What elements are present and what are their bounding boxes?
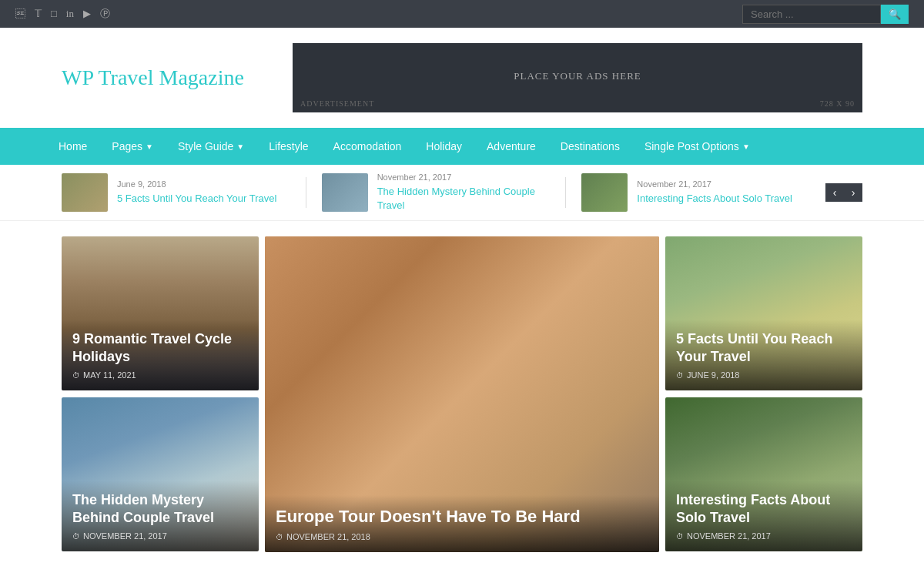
card-interesting-facts[interactable]: Interesting Facts About Solo Travel ⏱ NO… bbox=[665, 397, 862, 551]
clock-icon: ⏱ bbox=[676, 532, 684, 541]
card-date-europe: ⏱ NOVEMBER 21, 2018 bbox=[276, 532, 648, 541]
clock-icon: ⏱ bbox=[72, 371, 80, 380]
slide-info-2: November 21, 2017 The Hidden Mystery Beh… bbox=[377, 172, 551, 213]
site-title[interactable]: WP Travel Magazine bbox=[62, 65, 262, 90]
card-romantic-travel[interactable]: 9 Romantic Travel Cycle Holidays ⏱ MAY 1… bbox=[62, 236, 259, 390]
slider-next-button[interactable]: › bbox=[844, 183, 862, 202]
ad-place-text: PLACE YOUR ADS HERE bbox=[514, 70, 641, 82]
slider-nav: ‹ › bbox=[825, 183, 862, 202]
chevron-down-icon: ▼ bbox=[742, 142, 750, 151]
nav-item-home[interactable]: Home bbox=[46, 128, 99, 165]
pinterest-icon[interactable]: Ⓟ bbox=[100, 7, 110, 21]
instagram-icon[interactable]: □ bbox=[51, 8, 57, 20]
card-title-europe: Europe Tour Doesn't Have To Be Hard bbox=[276, 506, 648, 528]
card-title-interesting-facts: Interesting Facts About Solo Travel bbox=[676, 491, 852, 527]
slide-item-2: November 21, 2017 The Hidden Mystery Beh… bbox=[322, 172, 551, 213]
slide-info-3: November 21, 2017 Interesting Facts Abou… bbox=[637, 179, 792, 206]
card-five-facts[interactable]: 5 Facts Until You Reach Your Travel ⏱ JU… bbox=[665, 236, 862, 390]
nav-item-style-guide[interactable]: Style Guide ▼ bbox=[166, 128, 256, 165]
slide-divider-1 bbox=[306, 177, 306, 208]
ad-banner: PLACE YOUR ADS HERE ADVERTISEMENT 728 X … bbox=[293, 43, 862, 112]
card-overlay-interesting-facts: Interesting Facts About Solo Travel ⏱ NO… bbox=[665, 481, 862, 552]
nav-item-single-post-options[interactable]: Single Post Options ▼ bbox=[632, 128, 762, 165]
slide-date-2: November 21, 2017 bbox=[377, 172, 551, 182]
card-overlay-europe: Europe Tour Doesn't Have To Be Hard ⏱ NO… bbox=[265, 495, 659, 553]
main-grid: 9 Romantic Travel Cycle Holidays ⏱ MAY 1… bbox=[0, 221, 924, 566]
slider-bar: June 9, 2018 5 Facts Until You Reach You… bbox=[0, 165, 924, 221]
slide-title-2[interactable]: The Hidden Mystery Behind Couple Travel bbox=[377, 185, 551, 213]
card-date-interesting-facts: ⏱ NOVEMBER 21, 2017 bbox=[676, 531, 852, 541]
clock-icon: ⏱ bbox=[276, 533, 283, 541]
search-button[interactable]: 🔍 bbox=[881, 5, 909, 24]
card-overlay-romantic: 9 Romantic Travel Cycle Holidays ⏱ MAY 1… bbox=[62, 320, 259, 391]
card-title-hidden-mystery: The Hidden Mystery Behind Couple Travel bbox=[72, 491, 248, 527]
card-date-hidden-mystery: ⏱ NOVEMBER 21, 2017 bbox=[72, 531, 248, 541]
header: WP Travel Magazine PLACE YOUR ADS HERE A… bbox=[0, 28, 924, 128]
slide-item-1: June 9, 2018 5 Facts Until You Reach You… bbox=[62, 173, 290, 212]
nav-item-accomodation[interactable]: Accomodation bbox=[321, 128, 414, 165]
chevron-down-icon: ▼ bbox=[236, 142, 244, 151]
card-overlay-hidden-mystery: The Hidden Mystery Behind Couple Travel … bbox=[62, 481, 259, 552]
social-icons:  𝕋 □ in ▶ Ⓟ bbox=[15, 7, 110, 21]
card-overlay-five-facts: 5 Facts Until You Reach Your Travel ⏱ JU… bbox=[665, 320, 862, 391]
search-bar: 🔍 bbox=[742, 5, 909, 24]
youtube-icon[interactable]: ▶ bbox=[83, 8, 91, 20]
slide-info-1: June 9, 2018 5 Facts Until You Reach You… bbox=[117, 179, 276, 206]
ad-size: 728 X 90 bbox=[820, 99, 855, 108]
nav-item-holiday[interactable]: Holiday bbox=[413, 128, 474, 165]
nav-item-lifestyle[interactable]: Lifestyle bbox=[256, 128, 320, 165]
nav: Home Pages ▼ Style Guide ▼ Lifestyle Acc… bbox=[0, 128, 924, 165]
card-title-romantic: 9 Romantic Travel Cycle Holidays bbox=[72, 330, 248, 367]
slide-divider-2 bbox=[565, 177, 566, 208]
ad-label: ADVERTISEMENT bbox=[300, 99, 374, 108]
chevron-down-icon: ▼ bbox=[146, 142, 153, 151]
linkedin-icon[interactable]: in bbox=[66, 8, 74, 20]
slide-date-3: November 21, 2017 bbox=[637, 179, 792, 189]
top-bar:  𝕋 □ in ▶ Ⓟ 🔍 bbox=[0, 0, 924, 28]
slide-item-3: November 21, 2017 Interesting Facts Abou… bbox=[581, 173, 810, 212]
nav-item-adventure[interactable]: Adventure bbox=[474, 128, 548, 165]
card-hidden-mystery[interactable]: The Hidden Mystery Behind Couple Travel … bbox=[62, 397, 259, 551]
card-title-five-facts: 5 Facts Until You Reach Your Travel bbox=[676, 330, 852, 367]
facebook-icon[interactable]:  bbox=[15, 8, 25, 20]
slide-date-1: June 9, 2018 bbox=[117, 179, 276, 189]
twitter-icon[interactable]: 𝕋 bbox=[35, 8, 42, 20]
nav-item-pages[interactable]: Pages ▼ bbox=[99, 128, 166, 165]
slide-title-3[interactable]: Interesting Facts About Solo Travel bbox=[637, 192, 792, 206]
slide-thumb-2 bbox=[322, 173, 368, 212]
card-date-five-facts: ⏱ JUNE 9, 2018 bbox=[676, 370, 852, 380]
search-input[interactable] bbox=[742, 5, 881, 24]
clock-icon: ⏱ bbox=[72, 532, 80, 541]
slide-thumb-3 bbox=[581, 173, 628, 212]
slide-title-1[interactable]: 5 Facts Until You Reach Your Travel bbox=[117, 192, 276, 206]
clock-icon: ⏱ bbox=[676, 371, 684, 380]
slide-thumb-1 bbox=[62, 173, 108, 212]
slider-prev-button[interactable]: ‹ bbox=[825, 183, 844, 202]
card-date-romantic: ⏱ MAY 11, 2021 bbox=[72, 370, 248, 380]
card-europe-tour[interactable]: Europe Tour Doesn't Have To Be Hard ⏱ NO… bbox=[265, 236, 659, 552]
nav-item-destinations[interactable]: Destinations bbox=[548, 128, 632, 165]
